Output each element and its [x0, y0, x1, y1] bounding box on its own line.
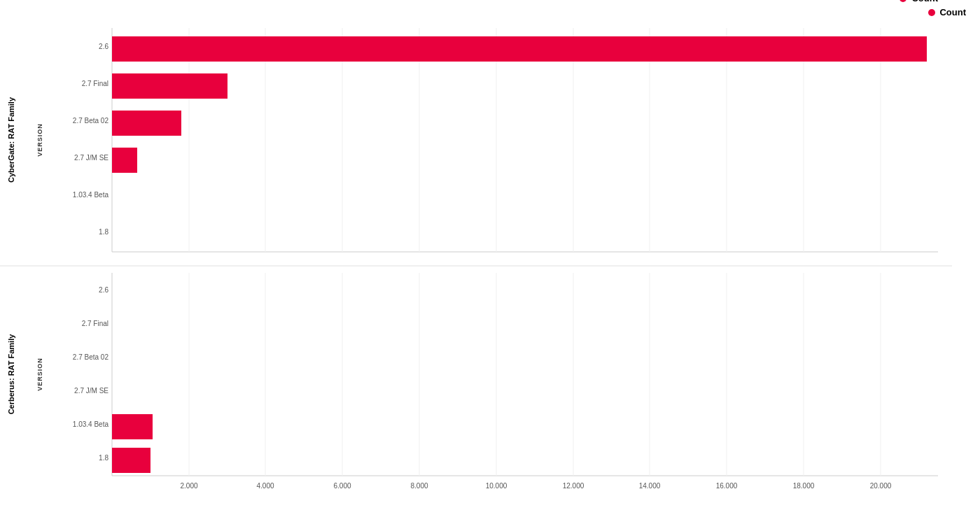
p2-version-axis-label: VERSION — [36, 357, 43, 391]
legend-icon — [899, 0, 907, 3]
p1-v4-label: 2.7 J/M SE — [74, 154, 108, 162]
x-tick-8000: 8.000 — [410, 482, 428, 490]
legend-container: Count — [899, 0, 938, 3]
p1-bar-4 — [112, 148, 137, 173]
x-tick-10000: 10.000 — [486, 482, 507, 490]
p2-bar-5 — [112, 414, 153, 439]
panel2-bg — [112, 273, 938, 476]
chart-container: Count — [0, 0, 980, 510]
p1-v2-label: 2.7 Final — [82, 80, 108, 87]
x-tick-16000: 16.000 — [716, 482, 738, 490]
p1-family-label: CyberGate: RAT Family — [7, 97, 15, 183]
p2-family-label: Cerberus: RAT Family — [7, 334, 15, 415]
p2-v1-label: 2.6 — [99, 286, 108, 294]
p1-v3-label: 2.7 Beta 02 — [73, 117, 109, 125]
p1-version-axis-label: VERSION — [36, 123, 43, 157]
p1-bar-2 — [112, 73, 227, 99]
p2-v6-label: 1.8 — [99, 454, 108, 462]
x-tick-20000: 20.000 — [870, 482, 892, 490]
x-tick-14000: 14.000 — [639, 482, 661, 490]
x-tick-2000: 2.000 — [180, 482, 197, 490]
x-tick-4000: 4.000 — [256, 482, 274, 490]
p1-bar-3 — [112, 111, 181, 136]
p1-bar-1 — [112, 36, 927, 62]
x-tick-12000: 12.000 — [563, 482, 584, 490]
p1-v1-label: 2.6 — [99, 43, 108, 50]
chart-svg: 2.6 2.7 Final 2.7 Beta 02 2.7 J/M SE 1.0… — [0, 28, 952, 490]
legend-text: Count — [911, 0, 938, 3]
x-tick-6000: 6.000 — [333, 482, 351, 490]
p1-v5-label: 1.03.4 Beta — [73, 191, 109, 199]
p2-v4-label: 2.7 J/M SE — [74, 387, 108, 395]
p2-v3-label: 2.7 Beta 02 — [73, 353, 109, 361]
svg-point-20 — [899, 0, 906, 2]
p2-v2-label: 2.7 Final — [82, 320, 108, 327]
p1-v6-label: 1.8 — [99, 228, 108, 236]
p2-bar-6 — [112, 448, 150, 473]
p2-v5-label: 1.03.4 Beta — [73, 420, 109, 428]
x-tick-18000: 18.000 — [793, 482, 815, 490]
